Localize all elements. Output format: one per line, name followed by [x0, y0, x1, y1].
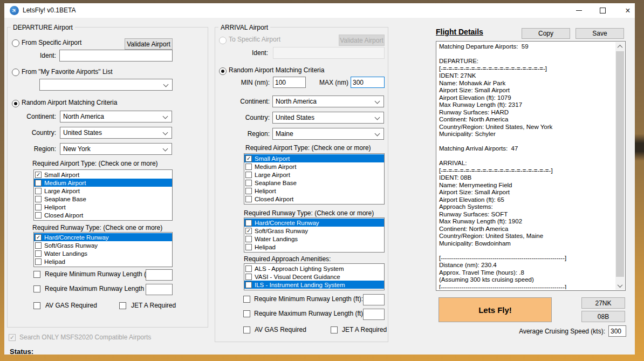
arrival-jeta-label[interactable]: JET A Required	[342, 326, 387, 333]
arrival-max-nm-input[interactable]	[351, 77, 385, 88]
departure-avgas-label[interactable]: AV GAS Required	[45, 302, 97, 309]
checkbox-icon[interactable]	[35, 180, 42, 186]
arrival-airport-type-list[interactable]: Small Airport Medium Airport Large Airpo…	[244, 153, 385, 205]
departure-min-length-label[interactable]: Require Minimum Runway Length (ft):	[45, 270, 154, 278]
checkbox-icon[interactable]	[245, 188, 252, 194]
list-item[interactable]: Heliport	[34, 203, 172, 211]
list-item[interactable]: Helipad	[34, 257, 172, 265]
list-item[interactable]: Small Airport	[34, 171, 172, 179]
checkbox-icon[interactable]	[35, 212, 42, 219]
list-item[interactable]: Medium Airport	[244, 162, 384, 171]
list-item[interactable]: Closed Airport	[244, 195, 384, 203]
checkbox-icon[interactable]	[245, 265, 252, 272]
arrival-min-length-label[interactable]: Require Minimum Runway Length (ft):	[254, 295, 363, 303]
departure-favorites-label[interactable]: From "My Favorite Airports" List	[22, 68, 113, 76]
arrival-min-length-checkbox[interactable]	[243, 296, 250, 303]
flight-details-box[interactable]: Matching Departure Airports: 59 DEPARTUR…	[436, 41, 626, 291]
arrival-max-length-checkbox[interactable]	[243, 310, 250, 317]
checkbox-icon[interactable]	[245, 282, 252, 288]
checkbox-icon[interactable]	[35, 250, 42, 257]
departure-favorites-combo[interactable]	[39, 79, 173, 91]
list-item[interactable]: Water Landings	[34, 249, 172, 257]
save-button[interactable]: Save	[576, 28, 624, 39]
departure-airport-type-list[interactable]: Small Airport Medium Airport Large Airpo…	[33, 169, 173, 221]
list-item[interactable]: Closed Airport	[34, 211, 172, 219]
details-scrollbar[interactable]	[615, 42, 625, 290]
list-item[interactable]: Water Landings	[244, 235, 384, 243]
departure-ident-button[interactable]: 27NK	[581, 297, 625, 309]
checkbox-icon[interactable]	[245, 244, 252, 250]
departure-validate-button[interactable]: Validate Airport	[125, 38, 173, 50]
list-item[interactable]: Hard/Concrete Runway	[34, 233, 172, 241]
list-item[interactable]: Medium Airport	[34, 179, 172, 187]
checkbox-icon[interactable]	[245, 172, 252, 178]
departure-max-length-label[interactable]: Require Maximum Runway Length (ft):	[45, 285, 155, 292]
list-item[interactable]: Large Airport	[34, 187, 172, 195]
arrival-amenities-list[interactable]: ALS - Approach Lighting System VASI - Vi…	[244, 263, 385, 290]
checkbox-icon[interactable]	[245, 274, 252, 280]
arrival-jeta-checkbox[interactable]	[331, 326, 338, 333]
checkbox-icon[interactable]	[35, 258, 42, 265]
checkbox-icon[interactable]	[35, 204, 42, 210]
list-item[interactable]: Seaplane Base	[34, 195, 172, 203]
departure-specific-label[interactable]: From Specific Airport	[22, 39, 81, 46]
checkbox-icon[interactable]	[245, 196, 252, 202]
departure-favorites-radio[interactable]	[12, 69, 19, 76]
arrival-ident-button[interactable]: 08B	[581, 311, 625, 322]
departure-random-label[interactable]: Random Airport Matching Criteria	[22, 99, 117, 106]
departure-min-length-input[interactable]	[146, 269, 173, 281]
lets-fly-button[interactable]: Lets Fly!	[439, 297, 552, 322]
title-bar[interactable]: ✈ LetsFly! v0.1BETA ×	[4, 3, 635, 18]
arrival-random-label[interactable]: Random Airport Matching Criteria	[229, 66, 324, 74]
departure-min-length-checkbox[interactable]	[33, 271, 40, 278]
arrival-random-radio[interactable]	[219, 67, 227, 75]
checkbox-icon[interactable]	[245, 220, 252, 226]
list-item[interactable]: ALS - Approach Lighting System	[244, 264, 384, 273]
departure-runway-type-list[interactable]: Hard/Concrete Runway Soft/Grass Runway W…	[33, 232, 173, 267]
list-item[interactable]: Heliport	[244, 187, 384, 195]
cruising-speed-input[interactable]	[608, 325, 626, 337]
scrollbar-thumb[interactable]	[616, 51, 624, 277]
checkbox-icon[interactable]	[245, 228, 252, 234]
checkbox-icon[interactable]	[245, 164, 252, 170]
scroll-down-button[interactable]	[615, 281, 625, 290]
checkbox-icon[interactable]	[245, 155, 252, 162]
departure-jeta-checkbox[interactable]	[119, 302, 126, 309]
arrival-avgas-checkbox[interactable]	[243, 326, 250, 333]
list-item[interactable]: Small Airport	[244, 154, 384, 162]
departure-region-combo[interactable]: New York	[60, 143, 172, 155]
arrival-avgas-label[interactable]: AV GAS Required	[255, 326, 306, 333]
departure-random-radio[interactable]	[12, 100, 19, 107]
departure-jeta-label[interactable]: JET A Required	[131, 302, 176, 309]
departure-max-length-checkbox[interactable]	[33, 285, 40, 292]
arrival-country-combo[interactable]: United States	[272, 112, 384, 124]
checkbox-icon[interactable]	[245, 236, 252, 242]
departure-country-combo[interactable]: United States	[60, 127, 172, 139]
list-item[interactable]: Soft/Grass Runway	[244, 227, 384, 235]
list-item[interactable]: Seaplane Base	[244, 179, 384, 187]
maximize-button[interactable]	[593, 3, 612, 18]
departure-avgas-checkbox[interactable]	[33, 302, 40, 309]
scroll-up-button[interactable]	[615, 42, 625, 51]
list-item[interactable]: Soft/Grass Runway	[34, 241, 172, 249]
departure-ident-input[interactable]	[59, 50, 173, 62]
arrival-min-length-input[interactable]	[363, 294, 385, 305]
arrival-region-combo[interactable]: Maine	[272, 128, 384, 140]
departure-specific-radio[interactable]	[12, 39, 19, 47]
list-item[interactable]: VASI - Visual Decent Guidance	[244, 273, 384, 281]
list-item[interactable]: ILS - Instrument Landing System	[244, 281, 384, 289]
minimize-button[interactable]	[570, 3, 588, 18]
departure-continent-combo[interactable]: North America	[60, 111, 172, 122]
checkbox-icon[interactable]	[245, 180, 252, 186]
arrival-continent-combo[interactable]: North America	[272, 96, 384, 107]
checkbox-icon[interactable]	[35, 242, 42, 249]
list-item[interactable]: Helipad	[244, 243, 384, 251]
checkbox-icon[interactable]	[35, 172, 42, 178]
checkbox-icon[interactable]	[35, 188, 42, 194]
list-item[interactable]: Hard/Concrete Runway	[244, 219, 384, 227]
list-item[interactable]: Large Airport	[244, 171, 384, 179]
arrival-min-nm-input[interactable]	[273, 77, 306, 88]
arrival-max-length-input[interactable]	[363, 309, 385, 320]
arrival-runway-type-list[interactable]: Hard/Concrete Runway Soft/Grass Runway W…	[244, 217, 385, 253]
copy-button[interactable]: Copy	[522, 28, 570, 39]
